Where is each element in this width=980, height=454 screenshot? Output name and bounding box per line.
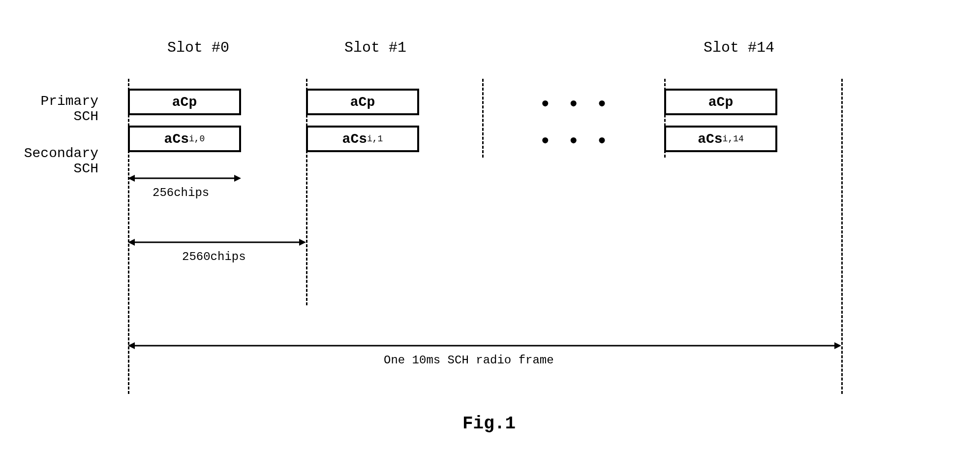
dashed-line-end: [841, 79, 843, 394]
svg-marker-5: [299, 239, 306, 246]
primary-sch-label: Primary SCH: [10, 94, 98, 124]
primary-sch-slot14-box: aCp: [664, 89, 777, 115]
slot-0-header: Slot #0: [167, 39, 229, 56]
secondary-sch-slot1-prefix: aCs: [342, 131, 367, 147]
secondary-sch-slot14-box: aCs i,14: [664, 126, 777, 152]
svg-marker-7: [128, 342, 135, 349]
secondary-sch-slot14-prefix: aCs: [698, 131, 722, 147]
ellipsis-primary: ● ● ●: [541, 96, 612, 111]
arrow-256chips: [128, 172, 241, 187]
svg-marker-4: [128, 239, 135, 246]
primary-sch-slot0-box: aCp: [128, 89, 241, 115]
arrow-2560chips: [128, 236, 306, 251]
slot-14-header: Slot #14: [704, 39, 774, 56]
double-arrow-icon: [128, 340, 841, 352]
slot-1-header: Slot #1: [344, 39, 406, 56]
primary-sch-slot0-value: aCp: [172, 95, 197, 110]
double-arrow-icon: [128, 236, 306, 248]
primary-sch-slot1-box: aCp: [306, 89, 419, 115]
secondary-sch-slot0-box: aCs i,0: [128, 126, 241, 152]
primary-sch-slot14-value: aCp: [708, 95, 733, 110]
row-labels: Primary SCH Secondary SCH: [10, 94, 98, 198]
double-arrow-icon: [128, 172, 241, 184]
secondary-sch-label: Secondary SCH: [10, 146, 98, 176]
secondary-sch-slot1-suffix: i,1: [367, 134, 383, 144]
ellipsis-secondary: ● ● ●: [541, 133, 612, 148]
secondary-sch-slot0-prefix: aCs: [164, 131, 189, 147]
label-frame: One 10ms SCH radio frame: [384, 354, 554, 367]
label-256chips: 256chips: [153, 186, 209, 199]
secondary-sch-slot1-box: aCs i,1: [306, 126, 419, 152]
svg-marker-8: [834, 342, 841, 349]
dashed-line-slot1-end: [482, 79, 484, 158]
secondary-sch-slot0-suffix: i,0: [189, 134, 205, 144]
primary-sch-slot1-value: aCp: [350, 95, 375, 110]
svg-marker-2: [234, 175, 241, 182]
secondary-sch-slot14-suffix: i,14: [723, 134, 744, 144]
arrow-frame: [128, 340, 841, 354]
svg-marker-1: [128, 175, 135, 182]
label-2560chips: 2560chips: [182, 250, 246, 263]
figure-caption: Fig.1: [462, 414, 516, 434]
